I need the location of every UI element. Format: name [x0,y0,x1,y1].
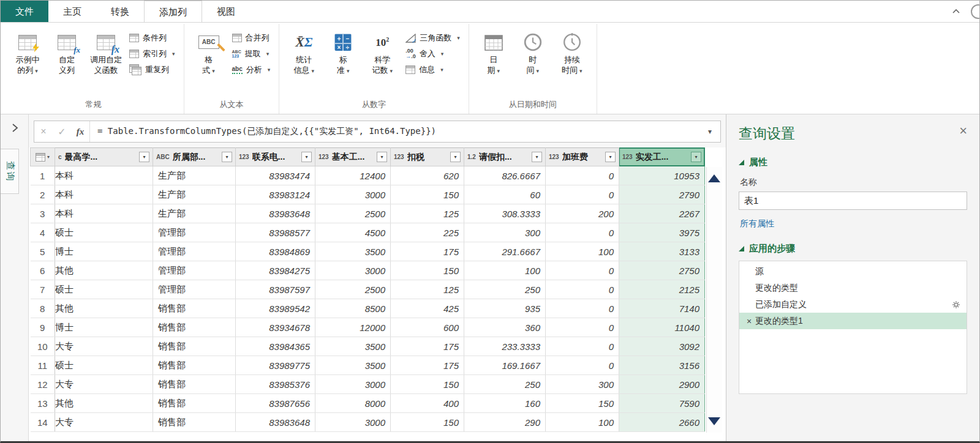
row-number[interactable]: 6 [31,261,55,280]
grid-cell[interactable]: 硕士 [55,280,153,299]
grid-cell[interactable]: 3000 [315,261,391,280]
grid-cell[interactable]: 60 [464,185,546,204]
grid-cell[interactable]: 83984869 [236,242,315,261]
collapse-ribbon-icon[interactable] [951,7,961,17]
grid-cell[interactable]: 其他 [55,261,153,280]
grid-cell[interactable]: 销售部 [153,337,236,356]
row-number[interactable]: 9 [31,318,55,337]
grid-cell[interactable]: 本科 [55,204,153,223]
grid-cell[interactable]: 2267 [619,204,705,223]
filter-icon[interactable]: ▾ [377,152,387,162]
step-changed-type[interactable]: 更改的类型 [739,280,967,296]
grid-cell[interactable]: 150 [391,185,464,204]
column-header-leave-deduction[interactable]: 1.2 请假扣... ▾ [464,148,546,166]
grid-cell[interactable]: 935 [464,299,546,318]
row-number[interactable]: 13 [31,394,55,413]
custom-column-button[interactable]: fx 自定 义列 [47,28,86,76]
column-header-net-salary[interactable]: 123 实发工... ▾ [619,148,705,166]
grid-cell[interactable]: 83983124 [236,185,315,204]
grid-cell[interactable]: 160 [464,394,546,413]
grid-cell[interactable]: 3000 [315,185,391,204]
grid-cell[interactable]: 0 [546,337,619,356]
grid-cell[interactable]: 83983648 [236,204,315,223]
grid-cell[interactable]: 3092 [619,337,705,356]
formula-input[interactable]: = Table.TransformColumnTypes(已添加自定义,{{"实… [90,126,699,137]
grid-cell[interactable]: 博士 [55,242,153,261]
row-number[interactable]: 10 [31,337,55,356]
row-number[interactable]: 14 [31,413,55,432]
grid-cell[interactable]: 150 [546,394,619,413]
grid-cell[interactable]: 3000 [315,413,391,432]
grid-cell[interactable]: 大专 [55,413,153,432]
grid-cell[interactable]: 100 [464,261,546,280]
grid-cell[interactable]: 博士 [55,318,153,337]
grid-cell[interactable]: 管理部 [153,261,236,280]
commit-formula-icon[interactable]: ✓ [53,126,71,138]
grid-cell[interactable]: 8000 [315,394,391,413]
all-properties-link[interactable]: 所有属性 [740,218,967,229]
grid-cell[interactable]: 400 [391,394,464,413]
row-number[interactable]: 1 [31,166,55,185]
grid-cell[interactable]: 销售部 [153,356,236,375]
delete-step-icon[interactable]: × [743,316,755,326]
grid-cell[interactable]: 管理部 [153,280,236,299]
expand-queries-icon[interactable] [10,123,19,135]
grid-cell[interactable]: 169.1667 [464,356,546,375]
grid-cell[interactable]: 300 [546,375,619,394]
grid-cell[interactable]: 425 [391,299,464,318]
tab-home[interactable]: 主页 [48,1,96,22]
grid-cell[interactable]: 2660 [619,413,705,432]
grid-cell[interactable]: 83989542 [236,299,315,318]
merge-columns-button[interactable]: 合并列 [232,32,271,43]
help-icon[interactable] [971,4,979,19]
queries-vertical-tab[interactable]: 查询 [1,149,19,194]
grid-cell[interactable]: 250 [464,280,546,299]
grid-cell[interactable]: 8500 [315,299,391,318]
grid-cell[interactable]: 175 [391,337,464,356]
grid-cell[interactable]: 12000 [315,318,391,337]
filter-icon[interactable]: ▾ [532,152,542,162]
grid-cell[interactable]: 83989775 [236,356,315,375]
scroll-down-icon[interactable] [708,417,720,425]
step-changed-type1[interactable]: × 更改的类型1 [739,313,967,329]
filter-icon[interactable]: ▾ [450,152,461,162]
grid-cell[interactable]: 0 [546,318,619,337]
row-number[interactable]: 3 [31,204,55,223]
grid-cell[interactable]: 200 [546,204,619,223]
step-source[interactable]: 源 [739,263,967,280]
grid-cell[interactable]: 3156 [619,356,705,375]
grid-cell[interactable]: 大专 [55,375,153,394]
grid-cell[interactable]: 3133 [619,242,705,261]
column-header-overtime[interactable]: 123 加班费 ▾ [546,148,619,166]
grid-cell[interactable]: 管理部 [153,242,236,261]
column-header-tax[interactable]: 123 扣税 ▾ [391,148,464,166]
grid-cell[interactable]: 620 [391,166,464,185]
grid-cell[interactable]: 2500 [315,280,391,299]
grid-cell[interactable]: 0 [546,166,619,185]
grid-cell[interactable]: 83987597 [236,280,315,299]
grid-cell[interactable]: 生产部 [153,166,236,185]
step-added-custom[interactable]: 已添加自定义 [739,296,967,313]
parse-button[interactable]: abc 分析▾ [232,64,271,75]
time-button[interactable]: 时 间▾ [513,28,552,78]
row-number[interactable]: 4 [31,223,55,242]
grid-cell[interactable]: 3500 [315,242,391,261]
vertical-scrollbar[interactable] [706,167,722,433]
grid-cell[interactable]: 0 [546,356,619,375]
grid-cell[interactable]: 0 [546,261,619,280]
grid-cell[interactable]: 233.3333 [464,337,546,356]
filter-icon[interactable]: ▾ [691,152,701,162]
row-number[interactable]: 7 [31,280,55,299]
grid-cell[interactable]: 硕士 [55,223,153,242]
query-name-input[interactable] [739,192,967,210]
scroll-up-icon[interactable] [708,174,720,182]
grid-cell[interactable]: 100 [546,242,619,261]
duration-button[interactable]: 持续 时间▾ [552,28,592,78]
scientific-button[interactable]: 102 科学 记数▾ [363,28,402,78]
applied-steps-section-header[interactable]: 应用的步骤 [739,243,967,255]
grid-cell[interactable]: 300 [464,223,546,242]
grid-cell[interactable]: 826.6667 [464,166,546,185]
grid-cell[interactable]: 0 [546,223,619,242]
grid-cell[interactable]: 600 [391,318,464,337]
grid-cell[interactable]: 83987656 [236,394,315,413]
